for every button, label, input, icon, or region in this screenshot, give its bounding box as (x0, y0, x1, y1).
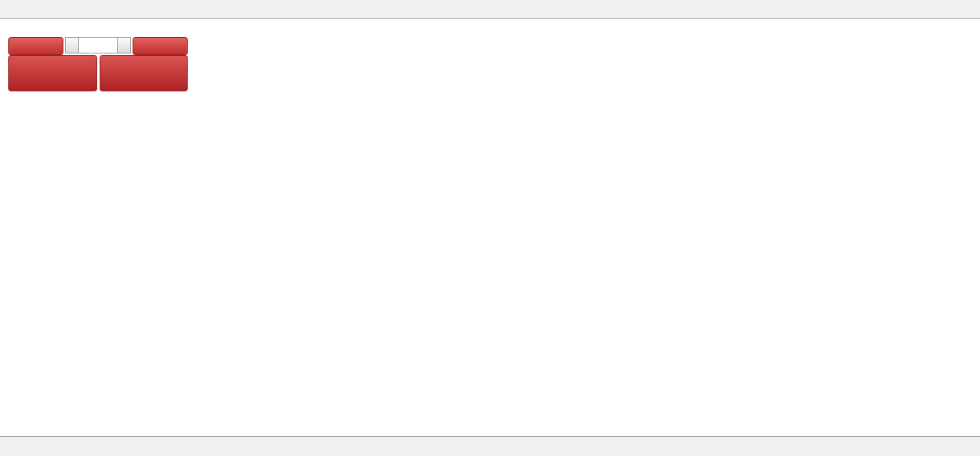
buy-button[interactable] (133, 37, 188, 55)
chart-tab-bar (0, 436, 980, 456)
trading-terminal (0, 0, 980, 456)
volume-decrease-button[interactable] (65, 37, 79, 54)
buy-price-box[interactable] (100, 55, 189, 91)
volume-input[interactable] (79, 37, 117, 54)
sell-price-box[interactable] (8, 55, 97, 91)
volume-increase-button[interactable] (117, 37, 131, 54)
sell-button[interactable] (8, 37, 63, 55)
chart-title-row (8, 21, 29, 33)
one-click-trade-panel (8, 37, 188, 91)
timeframe-toolbar (0, 0, 980, 19)
